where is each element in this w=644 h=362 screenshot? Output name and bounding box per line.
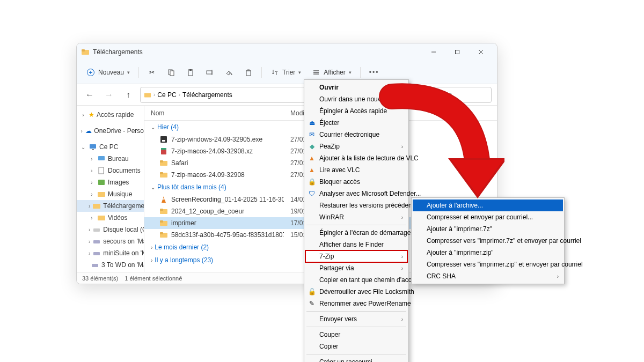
ctx-vlc-add[interactable]: ▲Ajouter à la liste de lecture de VLC xyxy=(305,152,407,164)
svg-rect-23 xyxy=(92,149,94,150)
svg-rect-1 xyxy=(82,49,85,51)
copy-button[interactable] xyxy=(163,64,180,81)
ctx-unlock[interactable]: 🔓Déverrouiller avec File Locksmith xyxy=(305,286,407,298)
svg-rect-41 xyxy=(160,172,163,174)
chevron-down-icon: ▾ xyxy=(298,70,301,75)
ctx-pin-start[interactable]: Épingler à l'écran de démarrage xyxy=(305,227,407,239)
sidebar-item-net2[interactable]: ›miniSuite on 'M xyxy=(77,247,144,259)
minimize-button[interactable] xyxy=(422,44,445,60)
ctx-shortcut[interactable]: Créer un raccourci xyxy=(305,356,407,362)
cut-button[interactable]: ✂ xyxy=(143,64,160,81)
back-button[interactable]: ← xyxy=(82,87,97,102)
up-button[interactable]: ↑ xyxy=(121,87,136,102)
ctx-add-zip[interactable]: Ajouter à "imprimer.zip" xyxy=(413,247,563,258)
ctx-block[interactable]: 🔒Bloquer accès xyxy=(305,176,407,188)
share-icon xyxy=(225,68,233,77)
ctx-copy-path[interactable]: Copier en tant que chemin d'accès xyxy=(305,274,407,286)
maximize-button[interactable] xyxy=(445,44,469,60)
eject-icon: ⏏ xyxy=(308,119,316,127)
ctx-compress-email[interactable]: Compresser et envoyer par courriel... xyxy=(413,211,563,223)
svg-rect-15 xyxy=(246,71,251,76)
ctx-copy[interactable]: Copier xyxy=(305,341,407,352)
plus-circle-icon xyxy=(86,68,95,77)
svg-rect-37 xyxy=(161,148,166,150)
sidebar-item-net1[interactable]: ›secours on 'Ma xyxy=(77,235,144,247)
svg-rect-24 xyxy=(98,156,105,160)
svg-rect-10 xyxy=(170,71,174,76)
ctx-add-to-archive[interactable]: Ajouter à l'archive... xyxy=(413,200,563,211)
sidebar-item-net3[interactable]: 3 To WD on 'Ma xyxy=(77,259,144,271)
paste-button[interactable] xyxy=(182,64,199,81)
sidebar-item-images[interactable]: ›Images xyxy=(77,176,144,188)
copy-icon xyxy=(167,68,175,77)
sidebar-item-desktop[interactable]: ›Bureau xyxy=(77,153,144,165)
svg-rect-33 xyxy=(92,264,98,267)
folder-icon xyxy=(81,48,90,56)
svg-rect-34 xyxy=(160,136,167,143)
ctx-compress-zip-email[interactable]: Compresser vers "imprimer.zip" et envoye… xyxy=(413,258,563,270)
svg-rect-27 xyxy=(98,192,105,197)
delete-button[interactable] xyxy=(240,64,257,81)
svg-rect-21 xyxy=(144,93,151,97)
forward-button[interactable]: → xyxy=(101,87,116,102)
ctx-crc-sha[interactable]: CRC SHA› xyxy=(413,270,563,282)
ctx-open-new-window[interactable]: Ouvrir dans une nouvelle fenêtre xyxy=(305,93,407,105)
peazip-icon: ◆ xyxy=(308,142,316,151)
rename-icon xyxy=(206,68,214,77)
ctx-peazip[interactable]: ◆PeaZip› xyxy=(305,141,407,152)
context-submenu-7zip: Ajouter à l'archive... Compresser et env… xyxy=(411,197,565,284)
svg-rect-12 xyxy=(189,69,192,71)
ctx-finder[interactable]: Afficher dans le Finder xyxy=(305,239,407,250)
ctx-eject[interactable]: ⏏Éjecter xyxy=(305,117,407,129)
ctx-share[interactable]: Partager via› xyxy=(305,262,407,274)
ctx-email[interactable]: ✉Courrier électronique xyxy=(305,129,407,141)
sidebar-item-music[interactable]: ›Musique xyxy=(77,188,144,200)
ctx-send-to[interactable]: Envoyer vers› xyxy=(305,313,407,325)
navbar: ← → ↑ › Ce PC › Téléchargements : Téléch… xyxy=(77,84,497,106)
more-button[interactable]: ••• xyxy=(365,64,384,81)
trash-icon xyxy=(244,68,253,77)
svg-rect-26 xyxy=(98,180,105,185)
ctx-add-7z[interactable]: Ajouter à "imprimer.7z" xyxy=(413,223,563,235)
titlebar: Téléchargements xyxy=(77,43,497,61)
svg-rect-35 xyxy=(162,140,165,142)
vlc-icon: ▲ xyxy=(308,166,316,174)
ctx-open[interactable]: Ouvrir xyxy=(305,82,407,93)
ctx-7zip[interactable]: 7-Zip› xyxy=(305,250,407,262)
svg-rect-49 xyxy=(160,232,163,234)
ctx-vlc-play[interactable]: ▲Lire avec VLC xyxy=(305,164,407,176)
svg-rect-29 xyxy=(98,216,105,220)
unlock-icon: 🔓 xyxy=(308,287,316,296)
ctx-winrar[interactable]: WinRAR› xyxy=(305,211,407,223)
toolbar: Nouveau ▾ ✂ Trier ▾ Afficher ▾ ••• xyxy=(77,61,497,84)
sidebar-item-downloads[interactable]: ›Téléchargemen xyxy=(77,200,144,212)
sidebar-item-onedrive[interactable]: ›☁OneDrive - Perso xyxy=(77,125,144,137)
view-icon xyxy=(312,68,320,77)
new-button[interactable]: Nouveau ▾ xyxy=(82,64,134,81)
view-button[interactable]: Afficher ▾ xyxy=(308,64,355,81)
close-button[interactable] xyxy=(469,44,493,60)
vlc-icon: ▲ xyxy=(308,154,316,162)
svg-rect-45 xyxy=(160,209,163,211)
svg-rect-25 xyxy=(99,167,104,174)
sidebar-item-quick-access[interactable]: ›★Accès rapide xyxy=(77,109,144,121)
sidebar-item-videos[interactable]: ›Vidéos xyxy=(77,212,144,224)
chevron-down-icon: ▾ xyxy=(349,70,352,75)
folder-icon xyxy=(144,91,151,99)
sidebar-item-disk[interactable]: ›Disque local (C xyxy=(77,224,144,235)
sort-button[interactable]: Trier ▾ xyxy=(266,64,305,81)
share-button[interactable] xyxy=(221,64,238,81)
sidebar-item-pc[interactable]: ⌄Ce PC xyxy=(77,141,144,153)
ellipsis-icon: ••• xyxy=(369,69,379,76)
svg-rect-28 xyxy=(93,204,100,209)
ctx-pin-quick[interactable]: Épingler à Accès rapide xyxy=(305,105,407,117)
ctx-restore[interactable]: Restaurer les versions précédentes xyxy=(305,200,407,211)
ctx-defender[interactable]: 🛡Analyser avec Microsoft Defender... xyxy=(305,188,407,200)
ctx-power-rename[interactable]: ✎Renommer avec PowerRename xyxy=(305,298,407,309)
sidebar-item-documents[interactable]: ›Documents xyxy=(77,165,144,176)
rename-button[interactable] xyxy=(201,64,218,81)
paste-icon xyxy=(186,68,195,77)
ctx-compress-7z-email[interactable]: Compresser vers "imprimer.7z" et envoyer… xyxy=(413,235,563,247)
rename-icon: ✎ xyxy=(308,299,316,308)
ctx-cut[interactable]: Couper xyxy=(305,329,407,341)
